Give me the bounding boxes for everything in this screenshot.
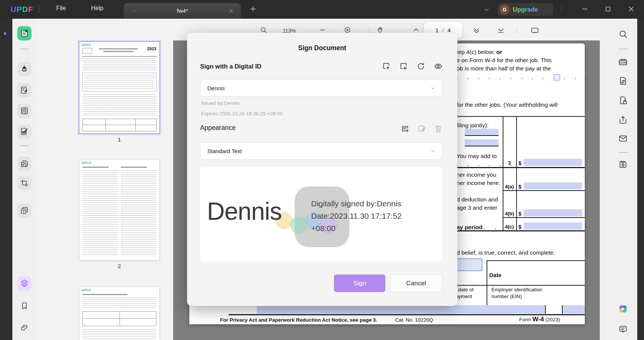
sidebar-item-crop[interactable] [17,176,31,190]
tab-list-chevron-icon[interactable] [132,9,136,13]
rail-item-search[interactable] [616,27,630,41]
rail-item-save[interactable] [616,157,630,171]
sidebar-item-organize-pages[interactable] [17,157,31,171]
form-text: for the other jobs. (Your withholding wi… [457,101,557,108]
form-input-field[interactable] [563,305,585,314]
document-tab[interactable]: fw4* [124,3,241,19]
titlebar-divider [39,5,39,13]
sign-button[interactable]: Sign [334,274,385,292]
page-thumbnail-3[interactable]: UPDF [79,287,159,340]
zoom-search-icon[interactable] [260,26,267,34]
form-text: age 3 and enter [457,204,497,211]
presentation-icon[interactable] [530,26,539,35]
fit-bottom-icon[interactable] [497,26,505,34]
view-id-details-icon[interactable] [433,61,443,71]
menu-file[interactable]: File [56,5,66,12]
rail-item-mail[interactable] [616,131,630,146]
mail-icon [618,134,628,143]
rail-item-share[interactable] [616,113,630,127]
sidebar-item-attachment[interactable] [17,321,31,335]
rail-item-convert[interactable] [616,74,630,88]
rail-divider [619,49,628,49]
sidebar-item-watermark[interactable] [17,203,31,218]
convert-document-icon [618,76,628,86]
rail-divider [20,49,29,49]
dialog-title: Sign Document [187,44,457,52]
page-thumbnail-1[interactable]: UPDF 2023 [79,41,160,134]
form-checkbox[interactable] [554,74,560,81]
rail-item-feedback[interactable] [616,322,630,336]
form-footer-notice: For Privacy Act and Paperwork Reduction … [220,317,377,323]
avatar[interactable]: D [500,4,509,14]
page-total: 4 [448,27,451,33]
refresh-ids-icon[interactable] [416,61,426,71]
rail-divider [619,152,628,153]
signature-detail-line: +08:00 [311,224,335,233]
rail-item-ocr[interactable]: OCR [616,55,630,69]
sidebar-item-bookmark[interactable] [17,299,31,313]
page-up-icon[interactable] [412,26,420,34]
signature-field[interactable] [454,258,482,271]
window-maximize-button[interactable] [604,5,612,13]
sidebar-item-edit-pdf[interactable] [17,83,31,97]
digital-id-select[interactable]: Dennis [200,79,442,97]
form-text: ner income here. [457,180,500,186]
form-footer-bold: W-4 [532,316,544,323]
sidebar-item-form-fields[interactable] [17,104,31,118]
cancel-button[interactable]: Cancel [390,274,442,292]
table-rule [452,116,585,117]
thumb-form-box [82,48,92,54]
brand-swirl [290,216,307,234]
window-close-button[interactable] [627,5,635,13]
page-thumbnail-2[interactable]: UPDF [79,160,159,260]
import-digital-id-icon[interactable] [399,61,409,71]
page-separator: / [442,27,444,33]
zoom-in-icon[interactable] [344,26,351,34]
continuous-scroll-icon[interactable] [472,26,481,34]
form-text: ob is more than half of the pay at the [457,65,551,72]
save-icon [618,160,628,169]
form-input-field[interactable] [465,129,499,135]
titlebar: UPDF File Help fw4* D Upgrade [0,0,644,19]
edit-appearance-icon[interactable] [417,124,427,134]
paperclip-icon [20,323,29,332]
form-input-field[interactable] [524,182,582,189]
page-current[interactable]: 1 [436,27,439,33]
digital-id-actions [382,61,443,71]
thumb-table [82,311,156,326]
sidebar-item-layers[interactable] [17,276,31,291]
hand-tool-icon[interactable] [377,26,384,34]
right-frame-strip [637,19,644,340]
fill-sign-icon [20,127,29,136]
thumb-text-column [82,170,118,256]
sidebar-item-highlighter[interactable] [17,62,31,76]
thumbnail-page-number: 1 [79,136,160,143]
appearance-select[interactable]: Standard Text [200,142,442,160]
zoom-out-icon[interactable] [319,26,326,34]
ocr-icon: OCR [618,57,628,67]
add-appearance-icon[interactable] [400,124,410,134]
appearance-selected-value: Standard Text [207,148,242,154]
new-tab-icon[interactable] [249,5,257,13]
rail-item-protect[interactable] [616,93,630,107]
form-input-field[interactable] [524,222,582,230]
account-chevron-icon[interactable] [484,7,490,13]
thumbnail-panel: UPDF 2023 1 UPDF 2 [36,19,173,340]
expires-text: Expires:2028.10.24 18:38:29 +08:00 [201,111,283,116]
form-text: d deduction and [457,196,498,203]
rail-item-ai-assistant[interactable] [616,302,630,316]
delete-appearance-icon[interactable] [433,124,443,134]
tab-close-icon[interactable] [229,8,234,13]
form-input-field[interactable] [465,139,499,146]
chevron-down-icon [430,86,435,91]
form-text-bold: Date [489,272,502,278]
form-input-field[interactable] [524,159,582,166]
upgrade-button[interactable]: D Upgrade [498,3,553,16]
menu-help[interactable]: Help [91,5,103,12]
sidebar-item-reader[interactable] [17,26,31,40]
form-input-field[interactable] [524,209,582,216]
add-digital-id-icon[interactable] [382,61,391,71]
sidebar-item-fill-sign[interactable] [17,124,31,139]
window-minimize-button[interactable] [581,5,589,13]
form-input-field[interactable] [257,305,545,314]
